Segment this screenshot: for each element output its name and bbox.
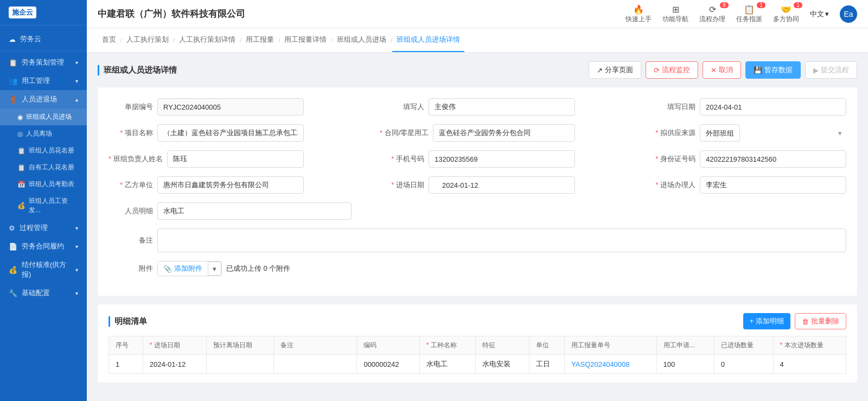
chevron-icon4: ▾ (75, 244, 78, 250)
company-title: 中建君联（广州）软件科技有限公司 (98, 8, 245, 20)
submit-icon: ▶ (813, 66, 819, 74)
sidebar-group-process[interactable]: ⚙ 过程管理 ▾ (0, 219, 87, 237)
fill-date-input[interactable] (700, 98, 846, 116)
lang-label: 中文 (810, 9, 824, 19)
flow-btn[interactable]: 8 ⟳ 流程办理 (699, 4, 725, 24)
add-attachment-button[interactable]: 📎 添加附件 (158, 262, 208, 276)
id-card-label: 身份证号码 (651, 154, 700, 164)
col-feature: 特征 (476, 336, 529, 355)
attach-dropdown-button[interactable]: ▾ (208, 262, 221, 276)
sidebar-group-entry[interactable]: 🚪 人员进退场 ▴ (0, 90, 87, 109)
doc-icon: 📋 (17, 147, 25, 155)
breadcrumb-plan[interactable]: 人工执行策划 (122, 28, 173, 52)
money-icon: 💰 (17, 202, 25, 209)
quick-start-label: 快速上手 (626, 15, 652, 24)
attach-btn-label: 添加附件 (174, 264, 202, 273)
flow-monitor-button[interactable]: ⟳ 流程监控 (646, 61, 698, 79)
team-leader-input[interactable] (167, 150, 304, 168)
section-header: 班组或人员进场详情 ↗ 分享页面 ⟳ 流程监控 ✕ 取消 💾 暂存数据 (98, 61, 857, 79)
dot-icon: ◉ (17, 113, 23, 121)
sidebar-item-exit-label: 人员离场 (26, 129, 52, 138)
breadcrumb-entry-detail[interactable]: 班组或人员进场详情 (392, 28, 464, 52)
sidebar-group-planning[interactable]: 📋 劳务策划管理 ▾ (0, 53, 87, 72)
entry-date-input[interactable] (429, 176, 575, 194)
breadcrumb-entry[interactable]: 班组或人员进场 (333, 28, 391, 52)
filler-input[interactable] (429, 98, 575, 116)
sidebar-group-config[interactable]: 🔧 基础配置 ▾ (0, 284, 87, 302)
sidebar-group-workers[interactable]: 👥 用工管理 ▾ (0, 72, 87, 90)
sidebar-group-labor[interactable]: ☁ 劳务云 (0, 30, 87, 48)
cell-entered: 0 (714, 355, 773, 374)
detail-section: 明细清单 + 添加明细 🗑 批量删除 序号 进场日期 预计离场日期 备注 (98, 304, 857, 383)
quick-start-btn[interactable]: 🔥 快速上手 (626, 4, 652, 24)
batch-delete-button[interactable]: 🗑 批量删除 (795, 313, 846, 329)
sidebar-group-planning-label: 劳务策划管理 (22, 58, 64, 67)
page-title: 班组或人员进场详情 (98, 65, 177, 75)
col-this-count: 本次进场数量 (773, 336, 846, 355)
supply-select[interactable]: 外部班组 (700, 124, 740, 142)
share-button[interactable]: ↗ 分享页面 (589, 61, 641, 79)
breadcrumb-report-detail[interactable]: 用工报量详情 (280, 28, 331, 52)
chevron-icon: ▾ (75, 60, 78, 66)
save-label: 暂存数据 (764, 65, 793, 75)
flow-badge: 8 (720, 2, 729, 8)
party-b-input[interactable] (157, 176, 304, 194)
cell-feature: 水电安装 (476, 355, 529, 374)
id-card-input[interactable] (700, 150, 846, 168)
field-remark: 备注 (108, 228, 846, 252)
action-buttons: ↗ 分享页面 ⟳ 流程监控 ✕ 取消 💾 暂存数据 ▶ 提交流程 (589, 61, 857, 79)
sidebar-item-attendance[interactable]: 📅 班组人员考勤表 (0, 176, 87, 193)
collab-btn[interactable]: 1 🤝 多方协同 (773, 4, 799, 24)
submit-button[interactable]: ▶ 提交流程 (805, 61, 857, 79)
flow-icon: ⟳ (709, 4, 716, 15)
avatar[interactable]: Ea (840, 5, 857, 23)
report-link[interactable]: YASQ2024040008 (571, 360, 629, 368)
sidebar-group-contract-label: 劳务合同履约 (22, 241, 64, 251)
breadcrumb-plan-detail[interactable]: 人工执行策划详情 (175, 28, 240, 52)
project-input[interactable] (157, 124, 304, 142)
chevron-icon3: ▾ (75, 225, 78, 231)
field-project: 项目名称 (108, 124, 304, 142)
save-button[interactable]: 💾 暂存数据 (745, 61, 801, 79)
worker-type-input[interactable] (157, 202, 352, 220)
sidebar: 施企云 ☁ 劳务云 📋 劳务策划管理 ▾ 👥 用工管理 ▾ 🚪 人员进退场 ▴ … (0, 0, 87, 401)
col-report-no: 用工报量单号 (565, 336, 657, 355)
sidebar-group-payment[interactable]: 💰 结付核准(供方报) ▾ (0, 256, 87, 284)
breadcrumb-home[interactable]: 首页 (98, 28, 120, 52)
header-actions: 🔥 快速上手 ⊞ 功能导航 8 ⟳ 流程办理 1 📋 任务指派 1 🤝 多方协同 (626, 4, 857, 24)
cell-this-count: 4 (773, 355, 846, 374)
sidebar-item-team-entry[interactable]: ◉ 班组或人员进场 (0, 109, 87, 125)
sidebar-group-payment-label: 结付核准(供方报) (22, 260, 71, 279)
col-remark: 备注 (273, 336, 357, 355)
doc-no-input[interactable] (157, 98, 304, 116)
lang-selector[interactable]: 中文 ▾ (810, 9, 829, 19)
entry-person-input[interactable] (700, 176, 846, 194)
sidebar-group-contract[interactable]: 📄 劳务合同履约 ▾ (0, 237, 87, 256)
detail-table: 序号 进场日期 预计离场日期 备注 编码 工种名称 特征 单位 用工报量单号 用… (108, 336, 846, 374)
sidebar-item-roster[interactable]: 📋 班组人员花名册 (0, 142, 87, 159)
cancel-button[interactable]: ✕ 取消 (703, 61, 741, 79)
detail-header: 明细清单 + 添加明细 🗑 批量删除 (108, 313, 846, 329)
sidebar-item-own-roster[interactable]: 📋 自有工人花名册 (0, 159, 87, 176)
doc-no-label: 单据编号 (108, 102, 157, 112)
sidebar-item-salary[interactable]: 💰 班组人员工资发... (0, 193, 87, 219)
sidebar-item-own-roster-label: 自有工人花名册 (29, 163, 74, 172)
field-supply: 拟供应来源 外部班组 (651, 124, 846, 142)
sidebar-item-exit[interactable]: ◎ 人员离场 (0, 125, 87, 142)
phone-input[interactable] (429, 150, 575, 168)
task-btn[interactable]: 1 📋 任务指派 (736, 4, 762, 24)
breadcrumb-report[interactable]: 用工报量 (241, 28, 278, 52)
field-worker-type: 人员明细 (108, 202, 352, 220)
contract-input[interactable] (433, 124, 575, 142)
cell-exit-date (206, 355, 273, 374)
cell-report-no[interactable]: YASQ2024040008 (565, 355, 657, 374)
add-detail-button[interactable]: + 添加明细 (743, 313, 790, 329)
page-content: 班组或人员进场详情 ↗ 分享页面 ⟳ 流程监控 ✕ 取消 💾 暂存数据 (87, 53, 868, 401)
doc-icon2: 📋 (17, 164, 25, 171)
cancel-label: 取消 (719, 65, 733, 75)
sidebar-group-label: 劳务云 (20, 34, 41, 44)
col-exit-date: 预计离场日期 (206, 336, 273, 355)
remark-textarea[interactable] (157, 228, 846, 252)
field-doc-no: 单据编号 (108, 98, 304, 116)
nav-btn[interactable]: ⊞ 功能导航 (662, 4, 688, 24)
